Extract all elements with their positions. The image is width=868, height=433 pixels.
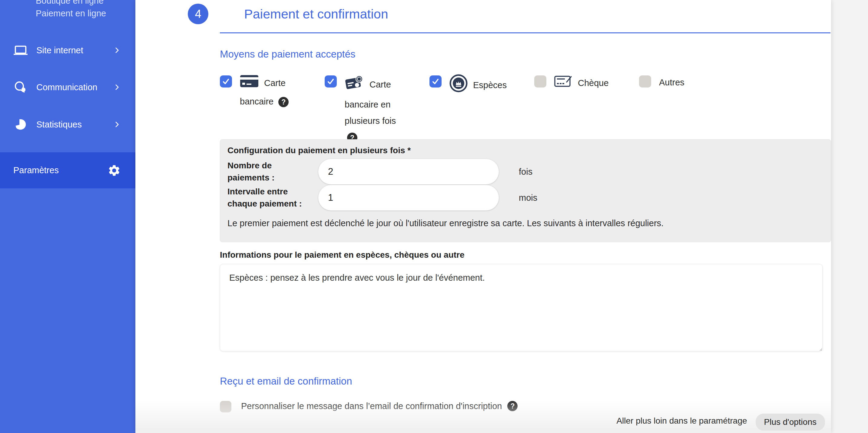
payment-option-especes: Espèces [430, 74, 534, 145]
field-unit: fois [519, 167, 824, 177]
chevron-right-icon [113, 83, 121, 91]
sidebar-item-label: Statistiques [36, 120, 82, 130]
chat-bubbles-icon [13, 80, 28, 94]
settings-panel: 4 Paiement et confirmation Moyens de pai… [135, 0, 831, 433]
chevron-right-icon [113, 46, 121, 54]
payment-methods-heading: Moyens de paiement acceptés [220, 49, 355, 60]
payment-option-autres: Autres [639, 74, 744, 145]
credit-card-icon [240, 74, 259, 93]
payment-option-cheque: Chèque [534, 74, 639, 145]
sidebar-item-label: Paramètres [13, 165, 59, 175]
step-number-badge: 4 [188, 4, 208, 24]
help-icon[interactable]: ? [278, 97, 289, 107]
sidebar-item-boutique-en-ligne[interactable]: Boutique en ligne [36, 0, 103, 6]
intervalle-paiement-input[interactable] [318, 185, 499, 211]
carte-bancaire-checkbox[interactable] [220, 75, 232, 88]
sidebar: Boutique en ligne Paiement en ligne Site… [0, 0, 135, 433]
carte-plusieurs-fois-checkbox[interactable] [325, 75, 337, 88]
sidebar-item-communication[interactable]: Communication [0, 69, 135, 106]
pie-chart-icon [13, 117, 28, 132]
cheque-icon [554, 74, 572, 93]
chevron-right-icon [113, 121, 121, 128]
payment-option-carte-bancaire: Carte bancaire ? [220, 74, 325, 145]
autres-checkbox[interactable] [639, 75, 651, 88]
sidebar-item-site-internet[interactable]: Site internet [0, 32, 135, 69]
receipt-email-heading: Reçu et email de confirmation [220, 375, 352, 387]
cash-coin-icon [450, 74, 468, 97]
field-unit: mois [519, 193, 824, 203]
app-window: Boutique en ligne Paiement en ligne Site… [0, 0, 868, 433]
installments-config-box: Configuration du paiement en plusieurs f… [220, 139, 831, 242]
page-title: Paiement et confirmation [244, 7, 388, 22]
sidebar-item-label: Communication [36, 82, 97, 92]
footer-bar: Aller plus loin dans le paramétrage Plus… [135, 400, 831, 433]
laptop-icon [13, 43, 28, 58]
page-background [831, 0, 868, 433]
other-payment-info-label: Informations pour le paiement en espèces… [220, 250, 465, 260]
payment-option-label: Espèces [473, 80, 507, 90]
sidebar-item-statistiques[interactable]: Statistiques [0, 106, 135, 143]
config-row-nombre: Nombre de paiements : fois [227, 159, 824, 184]
installments-config-title: Configuration du paiement en plusieurs f… [227, 146, 824, 155]
footer-hint: Aller plus loin dans le paramétrage [616, 416, 747, 426]
payment-option-label: Chèque [578, 78, 609, 88]
nombre-paiements-input[interactable] [318, 159, 499, 184]
especes-checkbox[interactable] [430, 75, 441, 88]
installments-note: Le premier paiement est déclenché le jou… [227, 218, 824, 228]
sidebar-item-parametres[interactable]: Paramètres [0, 152, 135, 188]
gear-icon [107, 164, 121, 177]
card-installments-icon [345, 74, 364, 96]
cheque-checkbox[interactable] [534, 75, 546, 88]
more-options-button[interactable]: Plus d'options [756, 413, 825, 431]
payment-options-row: Carte bancaire ? [220, 74, 831, 145]
field-label: Intervalle entre chaque paiement : [227, 186, 318, 210]
config-row-intervalle: Intervalle entre chaque paiement : mois [227, 185, 824, 211]
payment-option-label: Autres [659, 78, 684, 87]
sidebar-item-label: Site internet [36, 45, 83, 55]
payment-option-carte-plusieurs-fois: Carte bancaire en plusieurs fois ? [325, 74, 430, 145]
title-divider [220, 32, 831, 33]
field-label: Nombre de paiements : [227, 160, 318, 184]
other-payment-info-textarea[interactable]: Espèces : pensez à les prendre avec vous… [220, 264, 823, 351]
sidebar-item-paiement-en-ligne[interactable]: Paiement en ligne [36, 8, 106, 19]
